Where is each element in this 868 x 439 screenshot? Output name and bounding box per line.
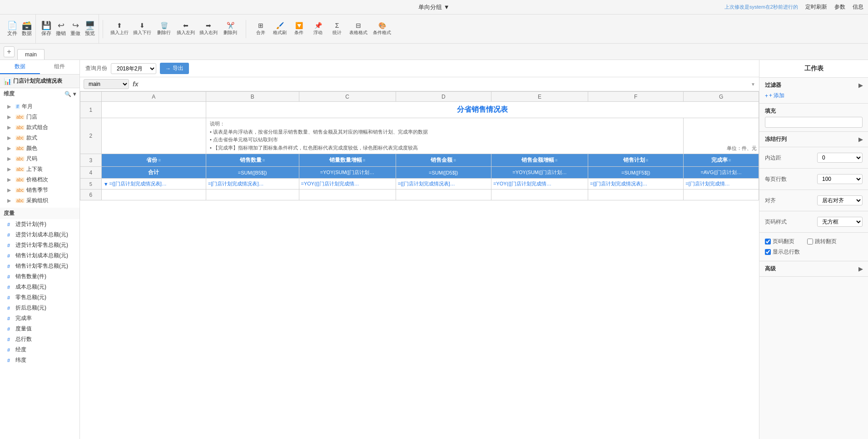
- freeze-section-header[interactable]: 冻结行列 ▶: [765, 135, 863, 143]
- main-tab[interactable]: main: [17, 49, 45, 60]
- add-filter-button[interactable]: + + 添加: [765, 92, 863, 100]
- padding-select[interactable]: 0: [817, 153, 863, 163]
- search-icon[interactable]: 🔍: [64, 91, 71, 97]
- expand-icon[interactable]: ▾: [73, 91, 76, 97]
- insert-below-button[interactable]: ⬇ 插入下行: [131, 21, 153, 37]
- expand-row-icon[interactable]: ▼: [104, 181, 109, 187]
- show-pagination-checkbox[interactable]: [765, 239, 771, 244]
- cond-format-button[interactable]: 🎨 条件格式: [371, 21, 393, 37]
- data-sale-qty-growth-cell[interactable]: =YOY({[门店计划完成情…: [299, 179, 396, 190]
- month-select[interactable]: 2018年2月: [111, 63, 156, 74]
- sidebar-item-cost-total[interactable]: # 成本总额(元): [0, 282, 79, 292]
- item-label: 上下装: [26, 165, 43, 173]
- align-select[interactable]: 居右对齐: [817, 195, 863, 205]
- sidebar-item-longitude[interactable]: # 经度: [0, 344, 79, 355]
- sidebar-item-retail-total[interactable]: # 零售总额(元): [0, 292, 79, 303]
- data-sale-amount-cell[interactable]: ={[门店计划完成情况表]…: [396, 179, 491, 190]
- total-sale-qty-cell[interactable]: =SUM([B5$]): [206, 167, 299, 179]
- header-sale-qty-growth[interactable]: 销量数量增幅≡: [299, 154, 396, 167]
- info-btn[interactable]: 信息: [853, 3, 863, 11]
- sidebar-item-sale-pieces[interactable]: # 销售数量(件): [0, 271, 79, 282]
- data-sale-amount-growth-cell[interactable]: =YOY({[门店计划完成情…: [491, 179, 588, 190]
- timer-refresh-btn[interactable]: 定时刷新: [805, 3, 827, 11]
- jump-pagination-label[interactable]: 跳转翻页: [815, 238, 837, 245]
- sidebar-item-discount-total[interactable]: # 折后总额(元): [0, 303, 79, 313]
- add-tab-button[interactable]: +: [4, 46, 15, 57]
- table-title-cell[interactable]: 分省销售情况表: [206, 102, 759, 118]
- sidebar-item-total-rows[interactable]: # 总行数: [0, 334, 79, 344]
- total-sale-amount-growth-cell[interactable]: =YOY(SUM([门店计划…: [491, 167, 588, 179]
- jump-pagination-checkbox[interactable]: [807, 239, 813, 244]
- sidebar-item-purchase-org[interactable]: ▶ abc 采购组织: [0, 195, 79, 206]
- sidebar-item-style[interactable]: ▶ abc 款式: [0, 133, 79, 143]
- sidebar-item-store[interactable]: ▶ abc 门店: [0, 112, 79, 122]
- delete-row-button[interactable]: 🗑️ 删除行: [154, 21, 174, 37]
- show-total-checkbox[interactable]: [765, 249, 771, 255]
- args-btn[interactable]: 参数: [834, 3, 845, 11]
- sidebar-item-measure-value[interactable]: # 度量值: [0, 324, 79, 334]
- sidebar-item-purchase-plan-retail[interactable]: # 进货计划零售总额(元): [0, 240, 79, 250]
- data-sale-plan-cell[interactable]: ={[门店计划完成情况表]…: [588, 179, 684, 190]
- rows-per-page-select[interactable]: 100: [817, 174, 863, 184]
- export-button[interactable]: → 导出: [160, 63, 189, 74]
- save-button[interactable]: 💾 保存: [40, 20, 53, 38]
- data-sale-qty-cell[interactable]: =[门店计划完成情况表]…: [206, 179, 299, 190]
- fill-label: 填充: [765, 107, 776, 115]
- sidebar-item-price-level[interactable]: ▶ abc 价格档次: [0, 175, 79, 185]
- page-style-select[interactable]: 无方框: [817, 217, 863, 227]
- total-sale-qty-growth-cell[interactable]: =YOY(SUM([门店计划…: [299, 167, 396, 179]
- advanced-label: 高级: [765, 265, 776, 273]
- sidebar-item-color[interactable]: ▶ abc 颜色: [0, 143, 79, 154]
- fill-input[interactable]: [765, 117, 863, 128]
- total-sale-amount-cell[interactable]: =SUM([D5$]): [396, 167, 491, 179]
- filter-section-header[interactable]: 过滤器 ▶: [765, 81, 863, 89]
- sidebar-item-completion-rate[interactable]: # 完成率: [0, 313, 79, 324]
- data-completion-rate-cell[interactable]: =[门店计划完成情…: [684, 179, 759, 190]
- sidebar-item-latitude[interactable]: # 纬度: [0, 355, 79, 365]
- total-label-cell[interactable]: 合计: [101, 167, 206, 179]
- sidebar-item-purchase-plan[interactable]: # 进货计划(件): [0, 219, 79, 229]
- sidebar-item-yearmonth[interactable]: ▶ # 年月: [0, 101, 79, 112]
- format-brush-button[interactable]: 🖌️ 格式刷: [271, 21, 289, 37]
- sidebar-item-style-combo[interactable]: ▶ abc 款式组合: [0, 122, 79, 133]
- component-tab[interactable]: 组件: [40, 60, 80, 74]
- data-province-cell[interactable]: ▼ ={[门店计划完成情况表]…: [101, 179, 206, 190]
- total-completion-rate-cell[interactable]: =AVG([门店计划…: [684, 167, 759, 179]
- float-button[interactable]: 📌 浮动: [309, 21, 327, 37]
- sidebar-item-purchase-plan-cost[interactable]: # 进货计划成本总额(元): [0, 229, 79, 240]
- sidebar-item-upper-lower[interactable]: ▶ abc 上下装: [0, 164, 79, 175]
- merge-button[interactable]: ⊞ 合并: [252, 21, 270, 37]
- condition-button[interactable]: 🔽 条件: [290, 21, 308, 37]
- sidebar-item-sale-season[interactable]: ▶ abc 销售季节: [0, 185, 79, 195]
- preview-button[interactable]: 🖥️ 预览: [83, 20, 97, 38]
- header-sale-qty[interactable]: 销售数量≡: [206, 154, 299, 167]
- undo-button[interactable]: ↩ 撤销: [54, 20, 68, 38]
- data-tab[interactable]: 数据: [0, 60, 40, 74]
- formula-input[interactable]: [142, 81, 747, 87]
- spreadsheet-container[interactable]: A B C D E F G 1 分省销售情况表: [80, 91, 759, 439]
- cell-ref-select[interactable]: main: [84, 79, 129, 89]
- redo-button[interactable]: ↪ 重做: [69, 20, 82, 38]
- fill-section-header[interactable]: 填充: [765, 107, 863, 115]
- sidebar-item-sale-plan-cost[interactable]: # 销售计划成本总额(元): [0, 250, 79, 261]
- insert-left-button[interactable]: ⬅ 插入左列: [175, 21, 197, 37]
- header-sale-amount-growth[interactable]: 销售金额增幅≡: [491, 154, 588, 167]
- advanced-section-header[interactable]: 高级 ▶: [765, 265, 863, 273]
- header-completion-rate[interactable]: 完成率≡: [684, 154, 759, 167]
- show-total-label[interactable]: 显示总行数: [773, 248, 800, 256]
- sidebar-item-size[interactable]: ▶ abc 尺码: [0, 154, 79, 164]
- table-format-button[interactable]: ⊟ 表格格式: [347, 21, 370, 37]
- header-sale-amount[interactable]: 销售金额≡: [396, 154, 491, 167]
- insert-above-button[interactable]: ⬆ 插入上行: [109, 21, 130, 37]
- insert-right-button[interactable]: ➡ 插入右列: [198, 21, 219, 37]
- sidebar-item-sale-plan-retail[interactable]: # 销售计划零售总额(元): [0, 261, 79, 271]
- delete-col-button[interactable]: ✂️ 删除列: [220, 21, 240, 37]
- show-pagination-label[interactable]: 页码翻页: [773, 238, 794, 245]
- stats-button[interactable]: Σ 统计: [328, 21, 346, 37]
- header-sale-plan[interactable]: 销售计划≡: [588, 154, 684, 167]
- header-province[interactable]: 省份≡: [101, 154, 206, 167]
- file-button[interactable]: 📄 文件: [5, 20, 19, 38]
- formula-dropdown-icon[interactable]: ▼: [751, 82, 755, 87]
- total-sale-plan-cell[interactable]: =SUM([F5$]): [588, 167, 684, 179]
- data-button[interactable]: 🗃️ 数据: [20, 20, 34, 38]
